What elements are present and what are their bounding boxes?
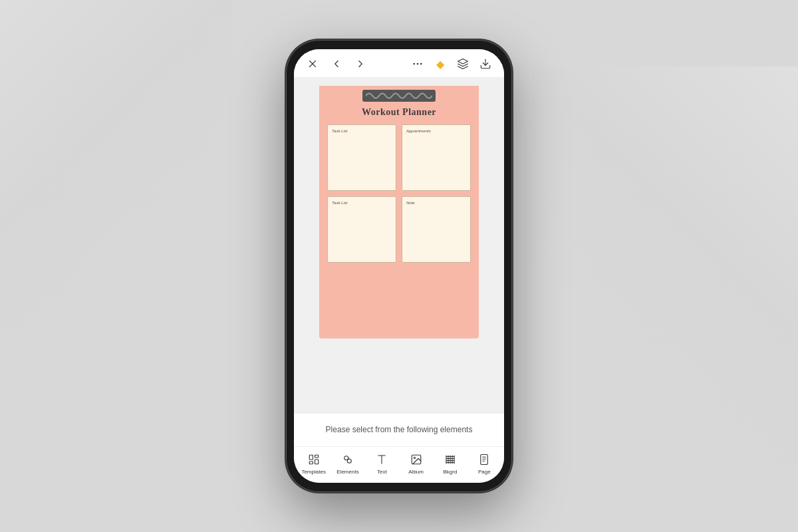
svg-point-4	[421, 63, 422, 65]
prompt-area: Please select from the following element…	[294, 414, 504, 446]
svg-rect-9	[315, 460, 318, 464]
toolbar-item-elements[interactable]: Elements	[335, 452, 360, 475]
toolbar-item-templates[interactable]: Templates	[301, 452, 327, 475]
top-toolbar-left	[305, 56, 368, 72]
top-toolbar: ◆	[294, 49, 504, 78]
elements-icon	[340, 452, 355, 467]
planner-box-2[interactable]: Task List	[327, 196, 396, 263]
toolbar-item-album[interactable]: Album	[404, 452, 429, 475]
svg-rect-10	[309, 462, 313, 464]
toolbar-label-elements: Elements	[336, 469, 358, 475]
download-button[interactable]	[477, 56, 493, 72]
svg-point-17	[414, 457, 415, 458]
prompt-text: Please select from the following element…	[305, 424, 493, 436]
toolbar-item-background[interactable]: Bkgrd	[438, 452, 463, 475]
premium-icon: ◆	[432, 56, 448, 72]
toolbar-item-text[interactable]: Text	[369, 452, 394, 475]
svg-marker-5	[458, 59, 468, 65]
svg-rect-27	[481, 455, 488, 465]
templates-icon	[307, 452, 321, 467]
text-icon	[374, 452, 389, 467]
toolbar-label-text: Text	[377, 469, 387, 475]
background-icon	[443, 452, 458, 467]
back-button[interactable]	[329, 56, 344, 72]
svg-point-12	[347, 459, 351, 463]
bg-shadow-right	[532, 66, 798, 466]
planner-document: Workout Planner Task List Appointments T…	[319, 86, 479, 338]
planner-box-1[interactable]: Appointments	[402, 124, 471, 191]
planner-box-label-1: Appointments	[406, 129, 466, 133]
toolbar-item-page[interactable]: Page	[471, 452, 497, 475]
spiral-top	[319, 86, 479, 103]
planner-box-3[interactable]: Note	[402, 196, 471, 263]
forward-button[interactable]	[352, 56, 368, 72]
toolbar-label-templates: Templates	[301, 469, 325, 475]
canvas-area[interactable]: Workout Planner Task List Appointments T…	[294, 78, 504, 414]
close-button[interactable]	[305, 56, 321, 72]
toolbar-label-page: Page	[478, 469, 491, 475]
svg-point-2	[414, 63, 415, 65]
decoration-bar	[362, 90, 436, 102]
more-button[interactable]	[410, 56, 426, 72]
svg-rect-8	[315, 455, 318, 458]
svg-rect-7	[309, 455, 313, 460]
planner-box-label-3: Note	[406, 201, 466, 205]
planner-box-0[interactable]: Task List	[327, 124, 396, 191]
top-toolbar-right: ◆	[410, 56, 493, 72]
bottom-toolbar: Templates Elements	[294, 446, 504, 483]
planner-grid: Task List Appointments Task List Note	[319, 124, 479, 263]
planner-title: Workout Planner	[362, 107, 436, 118]
phone-device: ◆	[286, 40, 512, 492]
page-icon	[477, 452, 491, 467]
album-icon	[409, 452, 424, 467]
bg-shadow-left	[0, 0, 233, 332]
planner-box-label-2: Task List	[332, 201, 392, 205]
toolbar-label-background: Bkgrd	[444, 469, 458, 475]
planner-box-label-0: Task List	[332, 129, 392, 133]
svg-point-3	[417, 63, 418, 65]
layers-button[interactable]	[455, 56, 471, 72]
toolbar-label-album: Album	[408, 469, 424, 475]
phone-screen: ◆	[294, 49, 504, 483]
